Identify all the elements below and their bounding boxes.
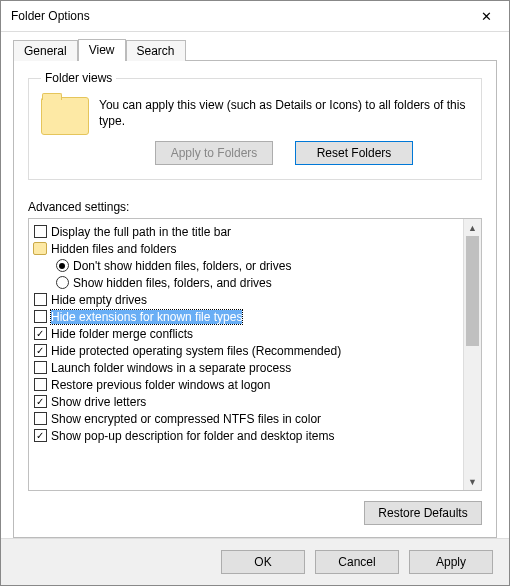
- advanced-settings-label: Advanced settings:: [28, 200, 482, 214]
- checkbox-icon[interactable]: [34, 293, 47, 306]
- tabstrip: General View Search: [13, 38, 497, 60]
- advanced-item-label: Hide protected operating system files (R…: [51, 344, 341, 358]
- advanced-item-label: Show hidden files, folders, and drives: [73, 276, 272, 290]
- advanced-item[interactable]: Restore previous folder windows at logon: [33, 376, 459, 393]
- checkbox-icon[interactable]: [34, 310, 47, 323]
- checkbox-icon[interactable]: ✓: [34, 327, 47, 340]
- advanced-item[interactable]: Display the full path in the title bar: [33, 223, 459, 240]
- folder-views-row: You can apply this view (such as Details…: [41, 97, 469, 165]
- radio-icon[interactable]: [56, 259, 69, 272]
- checkbox-icon[interactable]: [34, 378, 47, 391]
- advanced-item[interactable]: ✓Show drive letters: [33, 393, 459, 410]
- tab-general[interactable]: General: [13, 40, 78, 61]
- scroll-thumb[interactable]: [466, 236, 479, 346]
- advanced-item[interactable]: ✓Hide protected operating system files (…: [33, 342, 459, 359]
- checkbox-icon[interactable]: [34, 412, 47, 425]
- checkbox-icon[interactable]: [34, 361, 47, 374]
- close-button[interactable]: ✕: [463, 1, 509, 31]
- checkbox-icon[interactable]: ✓: [34, 429, 47, 442]
- advanced-item[interactable]: Don't show hidden files, folders, or dri…: [33, 257, 459, 274]
- advanced-item-label: Don't show hidden files, folders, or dri…: [73, 259, 291, 273]
- folder-options-window: Folder Options ✕ General View Search Fol…: [0, 0, 510, 586]
- advanced-item[interactable]: Launch folder windows in a separate proc…: [33, 359, 459, 376]
- scrollbar[interactable]: ▲ ▼: [463, 219, 481, 490]
- ok-button[interactable]: OK: [221, 550, 305, 574]
- restore-row: Restore Defaults: [28, 501, 482, 525]
- scroll-down-button[interactable]: ▼: [464, 473, 481, 490]
- tab-view[interactable]: View: [78, 39, 126, 61]
- advanced-item-label: Hide folder merge conflicts: [51, 327, 193, 341]
- advanced-item-label: Launch folder windows in a separate proc…: [51, 361, 291, 375]
- checkbox-icon[interactable]: [34, 225, 47, 238]
- titlebar: Folder Options ✕: [1, 1, 509, 32]
- scroll-track[interactable]: [464, 236, 481, 473]
- close-icon: ✕: [481, 9, 492, 24]
- advanced-item[interactable]: ✓Show pop-up description for folder and …: [33, 427, 459, 444]
- advanced-item-label: Restore previous folder windows at logon: [51, 378, 270, 392]
- advanced-item-label: Show encrypted or compressed NTFS files …: [51, 412, 321, 426]
- advanced-item[interactable]: Show encrypted or compressed NTFS files …: [33, 410, 459, 427]
- folder-icon: [33, 242, 47, 255]
- advanced-item-label: Hide extensions for known file types: [51, 310, 242, 324]
- tabpage-view: Folder views You can apply this view (su…: [13, 60, 497, 538]
- folder-views-description: You can apply this view (such as Details…: [99, 97, 469, 129]
- advanced-item-label: Show drive letters: [51, 395, 146, 409]
- folder-views-legend: Folder views: [41, 71, 116, 85]
- advanced-item-label: Display the full path in the title bar: [51, 225, 231, 239]
- tab-search[interactable]: Search: [126, 40, 186, 61]
- dialog-footer: OK Cancel Apply: [1, 538, 509, 585]
- restore-defaults-button[interactable]: Restore Defaults: [364, 501, 482, 525]
- window-title: Folder Options: [11, 9, 90, 23]
- content-area: General View Search Folder views You can…: [1, 32, 509, 538]
- cancel-button[interactable]: Cancel: [315, 550, 399, 574]
- advanced-item[interactable]: Hidden files and folders: [33, 240, 459, 257]
- advanced-item[interactable]: Hide empty drives: [33, 291, 459, 308]
- folder-views-group: Folder views You can apply this view (su…: [28, 71, 482, 180]
- advanced-item-label: Show pop-up description for folder and d…: [51, 429, 335, 443]
- folder-icon: [41, 97, 89, 135]
- checkbox-icon[interactable]: ✓: [34, 395, 47, 408]
- checkbox-icon[interactable]: ✓: [34, 344, 47, 357]
- apply-button[interactable]: Apply: [409, 550, 493, 574]
- reset-folders-button[interactable]: Reset Folders: [295, 141, 413, 165]
- folder-views-buttons: Apply to Folders Reset Folders: [99, 141, 469, 165]
- advanced-item-label: Hide empty drives: [51, 293, 147, 307]
- advanced-settings-list[interactable]: Display the full path in the title barHi…: [29, 219, 463, 490]
- apply-to-folders-button[interactable]: Apply to Folders: [155, 141, 273, 165]
- advanced-item[interactable]: Hide extensions for known file types: [33, 308, 459, 325]
- advanced-item-label: Hidden files and folders: [51, 242, 176, 256]
- advanced-item[interactable]: ✓Hide folder merge conflicts: [33, 325, 459, 342]
- radio-icon[interactable]: [56, 276, 69, 289]
- advanced-item[interactable]: Show hidden files, folders, and drives: [33, 274, 459, 291]
- advanced-settings-box: Display the full path in the title barHi…: [28, 218, 482, 491]
- scroll-up-button[interactable]: ▲: [464, 219, 481, 236]
